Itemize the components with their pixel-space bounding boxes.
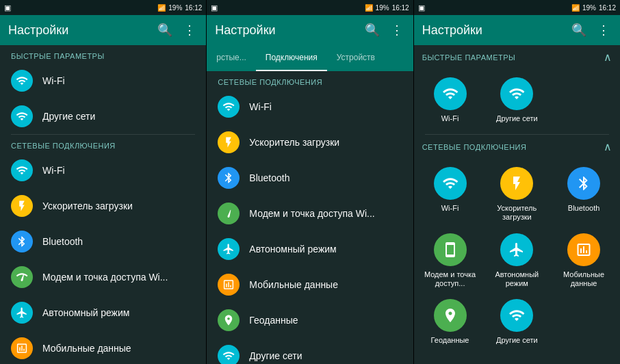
- tab-bar-2: рстые... Подключения Устройств: [207, 45, 413, 71]
- bt-grid-label-net-3: Bluetooth: [568, 204, 599, 213]
- grid-item-wifi-quick-3[interactable]: Wi-Fi: [417, 72, 484, 129]
- panel2: ▣ 📶 19% 16:12 Настройки 🔍 ⋮ рстые... Под…: [207, 0, 413, 364]
- search-button-1[interactable]: 🔍: [157, 22, 173, 38]
- wifi-grid-label-quick-3: Wi-Fi: [441, 114, 459, 123]
- status-right-1: 📶 19% 16:12: [157, 4, 202, 12]
- section-label-net-3: СЕТЕВЫЕ ПОДКЛЮЧЕНИЯ: [422, 143, 527, 151]
- status-bar-3: ▣ 📶 19% 16:12: [414, 0, 620, 15]
- list-item-modem-2[interactable]: Модем и точка доступа Wi...: [207, 196, 413, 231]
- list-item-wifi-1[interactable]: Wi-Fi: [0, 153, 206, 188]
- status-left-3: ▣: [418, 3, 425, 12]
- data-icon-1: [11, 337, 33, 359]
- list-item-modem-1[interactable]: Модем и точка доступа Wi...: [0, 259, 206, 295]
- tab-devices[interactable]: Устройств: [327, 45, 385, 71]
- grid-item-other-quick-3[interactable]: Другие сети: [483, 72, 550, 129]
- list-item-boost-2[interactable]: Ускоритель загрузки: [207, 125, 413, 160]
- boost-label-2: Ускоритель загрузки: [249, 137, 339, 148]
- bt-label-1: Bluetooth: [42, 236, 83, 247]
- modem-icon-2: [218, 203, 240, 224]
- grid-item-other-net-3[interactable]: Другие сети: [483, 294, 550, 350]
- grid-row-quick-3-0: Wi-Fi Другие сети: [417, 72, 617, 129]
- list-item-geo-2[interactable]: Геоданные: [207, 302, 413, 338]
- airplane-label-2: Автономный режим: [249, 244, 336, 255]
- list-item-bt-1[interactable]: Bluetooth: [0, 224, 206, 259]
- more-button-2[interactable]: ⋮: [389, 22, 405, 38]
- bt-label-2: Bluetooth: [249, 172, 289, 183]
- wifi-icon-net-1: [11, 159, 33, 181]
- section-label-quick-3: БЫСТРЫЕ ПАРАМЕТРЫ: [422, 53, 516, 62]
- panel1: ▣ 📶 19% 16:12 Настройки 🔍 ⋮ БЫСТРЫЕ ПАРА…: [0, 0, 207, 364]
- other-icon-1: [11, 105, 33, 127]
- list-item-wifi-2[interactable]: Wi-Fi: [207, 89, 413, 125]
- topbar-icons-3: 🔍 ⋮: [571, 22, 612, 38]
- grid-item-bt-net-3[interactable]: Bluetooth: [550, 161, 617, 227]
- status-right-2: 📶 19% 16:12: [365, 4, 409, 12]
- section-label-quick-1: БЫСТРЫЕ ПАРАМЕТРЫ: [0, 45, 206, 63]
- wifi-grid-icon-net-3: [434, 167, 467, 200]
- list-item-wifi-quick-1[interactable]: Wi-Fi: [0, 63, 206, 99]
- list-item-boost-1[interactable]: Ускоритель загрузки: [0, 188, 206, 224]
- search-button-2[interactable]: 🔍: [364, 22, 380, 38]
- list-item-airplane-2[interactable]: Автономный режим: [207, 231, 413, 267]
- data-grid-icon-net-3: [567, 233, 600, 266]
- geo-icon-2: [218, 309, 240, 331]
- scroll-area-2[interactable]: СЕТЕВЫЕ ПОДКЛЮЧЕНИЯ Wi-Fi Ускоритель заг…: [207, 71, 413, 364]
- modem-grid-icon-net-3: [434, 233, 467, 266]
- grid-item-airplane-net-3[interactable]: Автономный режим: [483, 228, 550, 294]
- bt-grid-icon-net-3: [567, 167, 600, 200]
- status-right-3: 📶 19% 16:12: [571, 4, 616, 12]
- tab-quick[interactable]: рстые...: [207, 45, 255, 71]
- topbar-icons-1: 🔍 ⋮: [157, 22, 198, 38]
- signal-icon-1: 📶: [157, 4, 166, 12]
- topbar-1: Настройки 🔍 ⋮: [0, 15, 206, 45]
- bt-icon-1: [11, 231, 33, 252]
- page-title-2: Настройки: [215, 23, 363, 38]
- grid-item-data-net-3[interactable]: Мобильные данные: [550, 228, 617, 294]
- modem-label-2: Модем и точка доступа Wi...: [249, 208, 374, 219]
- tab-connections[interactable]: Подключения: [256, 45, 327, 71]
- battery-1: 19%: [168, 4, 182, 12]
- data-label-2: Мобильные данные: [249, 279, 338, 290]
- wifi-grid-label-net-3: Wi-Fi: [441, 204, 459, 213]
- wifi-label-2: Wi-Fi: [249, 101, 272, 112]
- data-icon-2: [218, 274, 240, 296]
- list-item-airplane-1[interactable]: Автономный режим: [0, 295, 206, 330]
- list-item-data-2[interactable]: Мобильные данные: [207, 267, 413, 302]
- data-label-1: Мобильные данные: [42, 343, 131, 354]
- airplane-grid-icon-net-3: [500, 233, 533, 266]
- grid-item-geo-net-3[interactable]: Геоданные: [417, 294, 484, 350]
- grid-item-wifi-net-3[interactable]: Wi-Fi: [417, 161, 484, 227]
- other-label-quick-1: Другие сети: [42, 111, 95, 122]
- boost-grid-label-net-3: Ускоритель загрузки: [486, 204, 547, 222]
- wifi-icon-2: [218, 96, 240, 118]
- page-title-3: Настройки: [422, 23, 571, 38]
- battery-3: 19%: [582, 4, 596, 12]
- list-item-other-2[interactable]: Другие сети: [207, 338, 413, 364]
- more-button-1[interactable]: ⋮: [181, 22, 198, 38]
- list-item-bt-2[interactable]: Bluetooth: [207, 160, 413, 196]
- chevron-quick-3[interactable]: ∧: [604, 51, 612, 64]
- list-item-data-1[interactable]: Мобильные данные: [0, 330, 206, 364]
- search-button-3[interactable]: 🔍: [571, 22, 587, 38]
- wifi-label-net-1: Wi-Fi: [42, 165, 65, 176]
- time-1: 16:12: [185, 4, 202, 12]
- wifi-icon-1: [11, 70, 33, 92]
- page-title-1: Настройки: [8, 23, 157, 38]
- scroll-area-3[interactable]: БЫСТРЫЕ ПАРАМЕТРЫ ∧ Wi-Fi Другие сети: [414, 45, 620, 364]
- other-label-2: Другие сети: [249, 350, 302, 361]
- modem-label-1: Модем и точка доступа Wi...: [42, 272, 168, 283]
- grid-item-modem-net-3[interactable]: Модем и точка доступ...: [417, 228, 484, 294]
- other-grid-icon-net-3: [500, 299, 533, 332]
- geo-grid-label-net-3: Геоданные: [431, 336, 469, 345]
- topbar-2: Настройки 🔍 ⋮: [207, 15, 413, 45]
- status-bar-2: ▣ 📶 19% 16:12: [207, 0, 413, 15]
- chevron-net-3[interactable]: ∧: [604, 140, 612, 153]
- time-2: 16:12: [392, 4, 409, 12]
- grid-item-boost-net-3[interactable]: Ускоритель загрузки: [483, 161, 550, 227]
- notification-icon-1: ▣: [4, 3, 11, 12]
- list-item-other-quick-1[interactable]: Другие сети: [0, 99, 206, 134]
- grid-row-net-3-0: Wi-Fi Ускоритель загрузки Bluetooth: [417, 161, 617, 227]
- scroll-area-1[interactable]: БЫСТРЫЕ ПАРАМЕТРЫ Wi-Fi Другие сети СЕТЕ…: [0, 45, 206, 364]
- more-button-3[interactable]: ⋮: [595, 22, 612, 38]
- grid-quick-3: Wi-Fi Другие сети: [414, 66, 620, 134]
